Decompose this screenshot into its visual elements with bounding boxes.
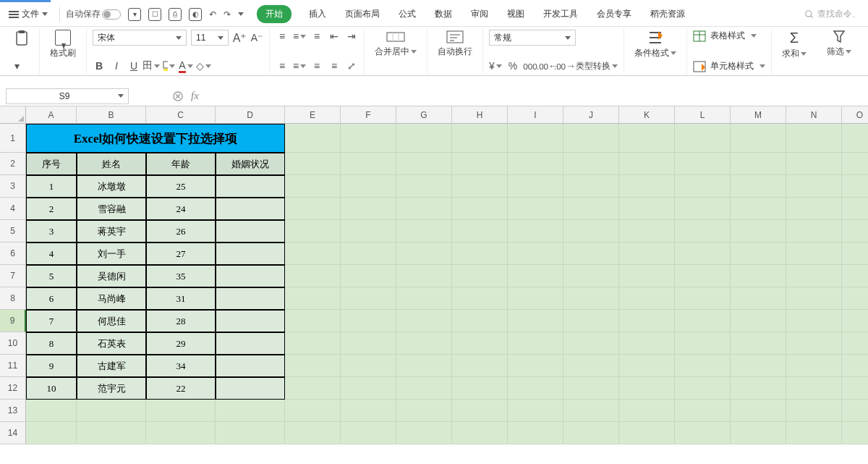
cell[interactable] (842, 124, 868, 153)
row-header[interactable]: 13 (0, 400, 26, 422)
filter-button[interactable]: 筛选 (822, 30, 856, 58)
align-justify-button[interactable]: ≡ (328, 59, 341, 72)
cell[interactable] (508, 242, 563, 265)
column-header[interactable]: E (285, 106, 341, 124)
cell[interactable] (619, 124, 675, 153)
cell[interactable]: 刘一手 (77, 242, 146, 265)
cell[interactable]: 姓名 (77, 153, 146, 175)
row-header[interactable]: 9 (0, 310, 26, 332)
cell[interactable] (285, 265, 341, 287)
align-right-button[interactable]: ≡ (310, 59, 323, 72)
wrap-text-button[interactable]: 自动换行 (433, 30, 477, 58)
cell[interactable] (341, 400, 396, 422)
cell[interactable] (216, 175, 285, 198)
cell[interactable] (842, 220, 868, 242)
cell[interactable]: 3 (26, 220, 77, 242)
cell[interactable]: 27 (146, 242, 216, 265)
highlight-button[interactable]: ◇ (197, 59, 210, 72)
cell[interactable] (842, 310, 868, 332)
cell[interactable] (341, 220, 396, 242)
cell[interactable]: 2 (26, 198, 77, 220)
cell[interactable] (508, 332, 563, 355)
cell[interactable] (619, 422, 675, 444)
cell[interactable] (285, 422, 341, 444)
cell[interactable] (675, 198, 731, 220)
cell[interactable] (731, 310, 786, 332)
cell[interactable] (508, 377, 563, 400)
cell[interactable] (26, 400, 77, 422)
tab-page-layout[interactable]: 页面布局 (344, 5, 381, 23)
font-size-select[interactable]: 11 (191, 30, 229, 46)
cell[interactable] (396, 175, 452, 198)
cell[interactable] (216, 242, 285, 265)
type-convert-button[interactable]: 类型转换 (576, 60, 618, 72)
cell[interactable] (731, 355, 786, 377)
number-format-select[interactable]: 常规 (489, 30, 576, 46)
cell[interactable] (563, 355, 619, 377)
cell[interactable] (619, 355, 675, 377)
align-middle-button[interactable]: ≡ (293, 30, 306, 43)
cell[interactable] (396, 310, 452, 332)
fill-color-button[interactable] (162, 59, 175, 72)
qat-more[interactable] (238, 12, 244, 16)
cell[interactable]: 34 (146, 355, 216, 377)
cell[interactable] (452, 265, 508, 287)
cell[interactable] (396, 422, 452, 444)
cell[interactable] (508, 124, 563, 153)
cell[interactable] (563, 377, 619, 400)
cell[interactable] (842, 355, 868, 377)
bold-button[interactable]: B (93, 59, 106, 72)
cell[interactable]: 10 (26, 377, 77, 400)
cell[interactable] (508, 153, 563, 175)
cell[interactable] (619, 377, 675, 400)
name-box[interactable]: S9 (6, 88, 129, 104)
cell[interactable] (675, 332, 731, 355)
tab-member[interactable]: 会员专享 (595, 5, 633, 23)
cell[interactable] (842, 400, 868, 422)
cell[interactable] (786, 153, 842, 175)
cell[interactable]: 35 (146, 265, 216, 287)
comma-style-button[interactable]: 000 (524, 59, 537, 72)
tab-resources[interactable]: 稻壳资源 (649, 5, 686, 23)
row-header[interactable]: 1 (0, 124, 26, 153)
select-all-corner[interactable] (0, 106, 26, 124)
cell[interactable] (563, 153, 619, 175)
qat-preview[interactable]: ◐ (189, 8, 202, 21)
qat-redo[interactable]: ↷ (224, 9, 231, 20)
cell[interactable]: 7 (26, 310, 77, 332)
cell[interactable] (216, 287, 285, 310)
cell[interactable] (508, 220, 563, 242)
cell[interactable] (786, 265, 842, 287)
orientation-button[interactable]: ⤢ (345, 59, 358, 72)
cell[interactable] (396, 124, 452, 153)
cell[interactable] (396, 287, 452, 310)
cell-style-button[interactable]: 单元格样式 (693, 60, 765, 72)
spreadsheet[interactable]: ABCDEFGHIJKLMNO 1234567891011121314 Exce… (0, 106, 868, 454)
percent-button[interactable]: % (506, 59, 519, 72)
cell[interactable] (341, 287, 396, 310)
cell[interactable] (731, 124, 786, 153)
cell[interactable] (452, 310, 508, 332)
cell[interactable]: 24 (146, 198, 216, 220)
cell[interactable] (786, 332, 842, 355)
cell[interactable] (786, 310, 842, 332)
cell[interactable] (341, 124, 396, 153)
cell[interactable] (396, 265, 452, 287)
cell[interactable] (341, 153, 396, 175)
cell[interactable] (563, 220, 619, 242)
table-style-button[interactable]: 表格样式 (693, 30, 765, 42)
cell[interactable] (619, 400, 675, 422)
row-header[interactable]: 4 (0, 198, 26, 220)
row-header[interactable]: 3 (0, 175, 26, 198)
cell[interactable] (396, 153, 452, 175)
column-header[interactable]: L (675, 106, 731, 124)
cell[interactable] (216, 400, 285, 422)
cell[interactable] (216, 220, 285, 242)
cell[interactable] (619, 220, 675, 242)
cell[interactable] (216, 265, 285, 287)
cell[interactable] (452, 198, 508, 220)
cell[interactable] (731, 332, 786, 355)
cell[interactable] (77, 422, 146, 444)
cell[interactable] (396, 220, 452, 242)
decrease-decimal-button[interactable]: .00→ (558, 59, 571, 72)
